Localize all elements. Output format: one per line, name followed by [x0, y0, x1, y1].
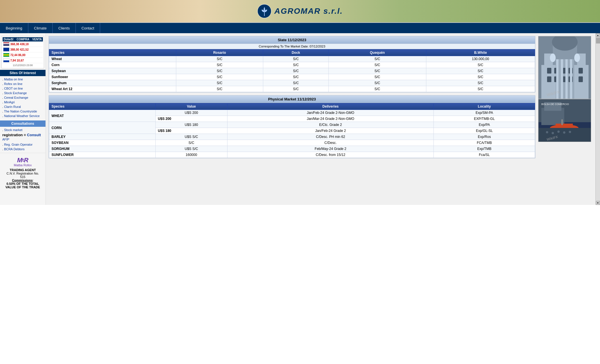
slate-species: Corn [49, 62, 176, 68]
svg-rect-18 [579, 76, 583, 82]
phys-species: SOYBEAN [49, 140, 156, 146]
nav-beginning[interactable]: Beginning [0, 23, 28, 33]
header: AGROMAR s.r.l. [0, 0, 600, 23]
slate-dock: S/C [263, 62, 329, 68]
phys-locality: Exp/Ros [434, 134, 535, 140]
sidebar-item-stock-exchange[interactable]: Stock Exchange [0, 91, 45, 95]
flag-br [3, 53, 9, 57]
svg-point-23 [550, 54, 556, 62]
logo-icon [257, 4, 272, 18]
slate-col-dock: Dock [263, 50, 329, 56]
mtr-agent: TRADING AGENT [1, 168, 44, 172]
slate-species: Wheat [49, 56, 176, 62]
currency-uyu: 7,94 10,67 [3, 58, 43, 63]
nav-clients[interactable]: Clients [53, 23, 76, 33]
slate-quequen: S/C [328, 62, 426, 68]
consult-stock-market[interactable]: Stock market [0, 128, 45, 132]
slate-row: Corn S/C S/C S/C S/C [49, 62, 535, 68]
slate-species: Wheat Art 12 [49, 86, 176, 92]
slate-row: Soybean S/C S/C S/C S/C [49, 68, 535, 74]
slate-col-quequen: Quequén [328, 50, 426, 56]
phys-value: S/C [155, 140, 227, 146]
slate-row: Sorghum S/C S/C S/C S/C [49, 80, 535, 86]
slate-dock: S/C [263, 68, 329, 74]
slate-table-title: Slate 11/12/2023 [49, 36, 535, 44]
slate-quequen: S/C [328, 80, 426, 86]
mtr-percent: 0.50% OF THE TOTAL VALUE OF THE TRADE [1, 182, 44, 189]
commissions-link[interactable]: Commissions [12, 179, 33, 182]
slate-species: Soybean [49, 68, 176, 74]
sidebar-item-weather[interactable]: National Weather Service [0, 114, 45, 118]
dock-image: BOLSA DE COMERCIO WikiFX [538, 99, 591, 142]
phys-value: U$S 180 [155, 122, 227, 128]
svg-text:BOLSA DE COMERCIO: BOLSA DE COMERCIO [541, 103, 569, 106]
content: Slate 11/12/2023 Corresponding To The Ma… [46, 33, 595, 164]
slate-table: Species Rosario Dock Quequén B.White Whe… [49, 49, 535, 92]
slate-species: Sunflower [49, 74, 176, 80]
nav-climate[interactable]: Climate [28, 23, 53, 33]
slate-dock: S/C [263, 56, 329, 62]
physical-row: WHEATU$S 200Jan/Feb-24 Grade 2-Non-GMOEx… [49, 110, 535, 116]
usd-values: 368,38 438,18 [10, 43, 42, 46]
consult-reg-grain[interactable]: Reg. Grain Operator [0, 142, 45, 147]
phys-deliveries: C/Desc. from 15/12 [227, 152, 434, 158]
slate-species: Sorghum [49, 80, 176, 86]
mtr-reg: C.N.V. Registration No. 515 [1, 172, 44, 179]
slate-quequen: S/C [328, 86, 426, 92]
svg-rect-20 [561, 59, 563, 99]
building-image: WikiFX [538, 36, 591, 99]
phys-species: BARLEY [49, 134, 156, 140]
scrollbar-down-button[interactable]: ▼ [596, 201, 600, 205]
svg-rect-22 [570, 59, 572, 99]
scrollbar-up-button[interactable]: ▲ [596, 33, 600, 37]
sidebar-item-cbot[interactable]: CBOT on line [0, 86, 45, 91]
phys-locality: Exp/TMB [434, 146, 535, 152]
sidebar-item-nation[interactable]: The Nation Countryside [0, 109, 45, 114]
nav-contact[interactable]: Contact [76, 23, 100, 33]
phys-locality: Exp/SM-PA [434, 110, 535, 116]
physical-table: Species Value Deliveries Locality WHEATU… [49, 103, 535, 158]
sidebar-item-rofex[interactable]: Rofex on line [0, 82, 45, 86]
physical-row: SORGHUMU$S S/CFeb/May-24 Grade 2Exp/TMB [49, 146, 535, 152]
phys-locality: FCA/TMB [434, 140, 535, 146]
svg-rect-14 [547, 76, 551, 82]
brl-values: 72,44 86,00 [10, 54, 42, 57]
slate-col-rosario: Rosario [176, 50, 263, 56]
phys-col-value: Value [155, 103, 227, 110]
sidebar: Dolar$! COMPRA VENTA 368,38 438,18 388,0… [0, 33, 46, 205]
svg-rect-32 [556, 124, 573, 128]
svg-rect-33 [561, 119, 563, 125]
slate-rosario: S/C [176, 62, 263, 68]
sidebar-item-clarin[interactable]: Clarín Rural [0, 104, 45, 109]
afip-link[interactable]: AFIP [0, 138, 45, 142]
physical-table-container: Physical Market 11/12/2023 Species Value… [49, 95, 535, 158]
consult-bcra[interactable]: BCRA Debtors [0, 147, 45, 151]
currency-date: 11/12/2023 23:00 [3, 63, 43, 67]
slate-row: Sunflower S/C S/C S/C S/C [49, 74, 535, 80]
svg-point-38 [557, 130, 560, 133]
slate-rosario: S/C [176, 86, 263, 92]
scrollbar-thumb[interactable] [596, 38, 600, 43]
sidebar-item-cereal-exchange[interactable]: Cereal Exchange [0, 95, 45, 100]
sidebar-item-minagri[interactable]: MinAgri [0, 100, 45, 104]
currency-brl: 72,44 86,00 [3, 52, 43, 58]
uyu-values: 7,94 10,67 [10, 59, 42, 62]
slate-table-container: Slate 11/12/2023 Corresponding To The Ma… [49, 36, 535, 92]
slate-bwhite: S/C [426, 80, 535, 86]
registration-consult[interactable]: Consult [27, 133, 41, 137]
phys-deliveries: Jan/Mar-24 Grade 2-Non-GMO [227, 116, 434, 122]
phys-locality: Fca/SL [434, 152, 535, 158]
phys-deliveries: Jan/Feb-24 Grade 2-Non-GMO [227, 110, 434, 116]
slate-row: Wheat S/C S/C S/C 130.000,00 [49, 56, 535, 62]
sidebar-item-matba[interactable]: Matba on line [0, 77, 45, 82]
slate-rosario: S/C [176, 80, 263, 86]
phys-locality: Exp/PA [434, 122, 535, 128]
currency-eur: 388,00 421,52 [3, 47, 43, 52]
phys-deliveries: C/Desc. PH min 62 [227, 134, 434, 140]
compra-label: COMPRA [17, 38, 29, 41]
phys-value: U$S 180 [155, 128, 227, 134]
phys-locality: EXP/TMB-GL [434, 116, 535, 122]
phys-deliveries: Jan/Feb-24 Grade 2 [227, 128, 434, 134]
scrollbar[interactable]: ▲ ▼ [595, 33, 600, 205]
slate-bwhite: S/C [426, 68, 535, 74]
